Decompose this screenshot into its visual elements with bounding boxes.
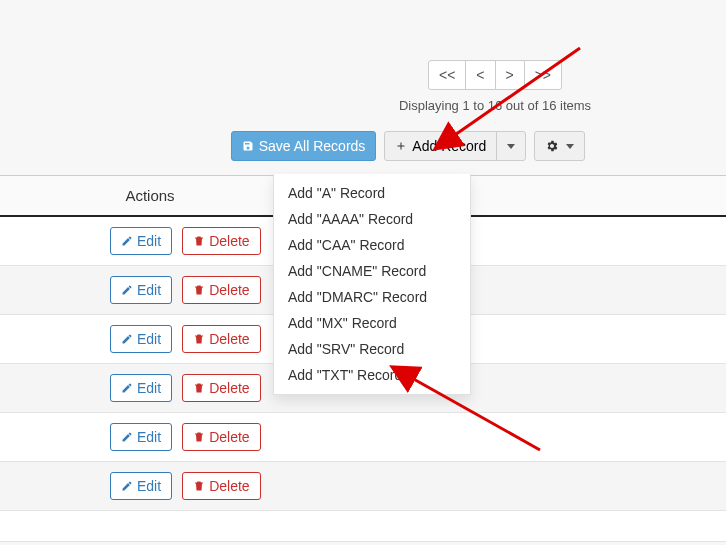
edit-label: Edit (137, 233, 161, 249)
edit-label: Edit (137, 331, 161, 347)
pager-status: Displaying 1 to 16 out of 16 items (0, 98, 726, 113)
add-record-dropdown: Add "A" Record Add "AAAA" Record Add "CA… (273, 174, 471, 395)
edit-label: Edit (137, 282, 161, 298)
toolbar: Save All Records Add Record (0, 131, 726, 161)
edit-button[interactable]: Edit (110, 374, 172, 402)
pager-row: << < > >> (0, 60, 726, 90)
pager-first-button[interactable]: << (428, 60, 466, 90)
column-header-actions: Actions (20, 187, 280, 204)
edit-button[interactable]: Edit (110, 276, 172, 304)
table-row: Edit Delete (0, 462, 726, 511)
chevron-down-icon (566, 144, 574, 149)
pencil-icon (121, 284, 133, 296)
trash-icon (193, 431, 205, 443)
dropdown-item-srv[interactable]: Add "SRV" Record (274, 336, 470, 362)
delete-label: Delete (209, 282, 249, 298)
edit-label: Edit (137, 380, 161, 396)
trash-icon (193, 333, 205, 345)
actions-cell: Edit Delete (0, 315, 260, 363)
delete-button[interactable]: Delete (182, 472, 260, 500)
actions-cell: Edit Delete (0, 462, 260, 510)
save-icon (242, 140, 254, 152)
dropdown-item-aaaa[interactable]: Add "AAAA" Record (274, 206, 470, 232)
pencil-icon (121, 235, 133, 247)
dropdown-item-a[interactable]: Add "A" Record (274, 180, 470, 206)
actions-cell (0, 511, 260, 541)
delete-button[interactable]: Delete (182, 423, 260, 451)
delete-label: Delete (209, 331, 249, 347)
edit-button[interactable]: Edit (110, 472, 172, 500)
delete-label: Delete (209, 429, 249, 445)
add-record-button[interactable]: Add Record (384, 131, 497, 161)
chevron-down-icon (507, 144, 515, 149)
pencil-icon (121, 431, 133, 443)
trash-icon (193, 284, 205, 296)
delete-button[interactable]: Delete (182, 325, 260, 353)
edit-button[interactable]: Edit (110, 227, 172, 255)
pencil-icon (121, 480, 133, 492)
plus-icon (395, 140, 407, 152)
trash-icon (193, 382, 205, 394)
actions-cell: Edit Delete (0, 217, 260, 265)
edit-button[interactable]: Edit (110, 325, 172, 353)
pager-next-button[interactable]: > (495, 60, 525, 90)
add-record-dropdown-toggle[interactable] (496, 131, 526, 161)
pager-group: << < > >> (428, 60, 562, 90)
actions-cell: Edit Delete (0, 364, 260, 412)
edit-label: Edit (137, 478, 161, 494)
dropdown-item-dmarc[interactable]: Add "DMARC" Record (274, 284, 470, 310)
trash-icon (193, 480, 205, 492)
pencil-icon (121, 382, 133, 394)
pager-prev-button[interactable]: < (465, 60, 495, 90)
dropdown-item-cname[interactable]: Add "CNAME" Record (274, 258, 470, 284)
delete-button[interactable]: Delete (182, 276, 260, 304)
dropdown-item-mx[interactable]: Add "MX" Record (274, 310, 470, 336)
dropdown-item-txt[interactable]: Add "TXT" Record (274, 362, 470, 388)
add-record-group: Add Record (384, 131, 526, 161)
actions-cell: Edit Delete (0, 266, 260, 314)
table-row: Edit Delete (0, 413, 726, 462)
save-all-label: Save All Records (259, 138, 366, 154)
delete-label: Delete (209, 380, 249, 396)
delete-button[interactable]: Delete (182, 227, 260, 255)
settings-button[interactable] (534, 131, 585, 161)
trash-icon (193, 235, 205, 247)
pencil-icon (121, 333, 133, 345)
dropdown-item-caa[interactable]: Add "CAA" Record (274, 232, 470, 258)
pager-last-button[interactable]: >> (524, 60, 562, 90)
actions-cell: Edit Delete (0, 413, 260, 461)
delete-button[interactable]: Delete (182, 374, 260, 402)
table-row (0, 511, 726, 542)
save-all-button[interactable]: Save All Records (231, 131, 377, 161)
delete-label: Delete (209, 478, 249, 494)
delete-label: Delete (209, 233, 249, 249)
add-record-label: Add Record (412, 138, 486, 154)
edit-button[interactable]: Edit (110, 423, 172, 451)
edit-label: Edit (137, 429, 161, 445)
gear-icon (545, 139, 559, 153)
